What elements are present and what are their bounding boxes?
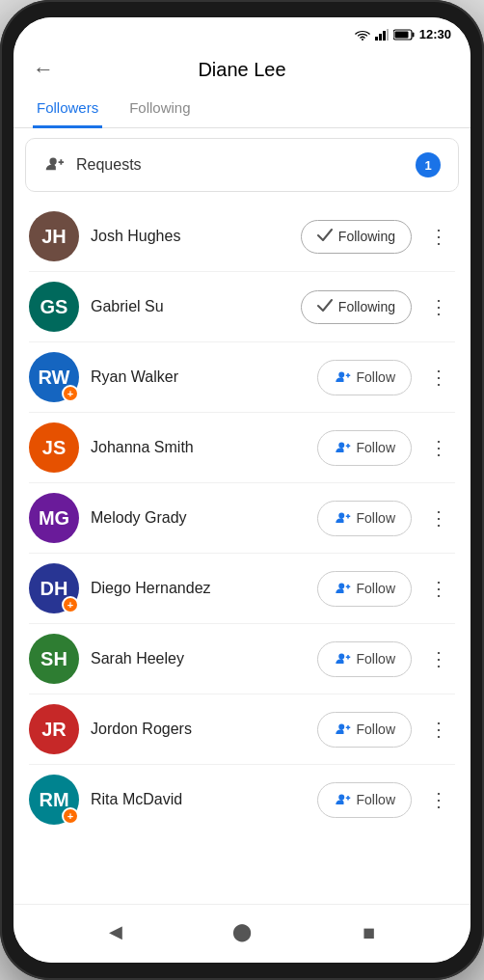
person-name: Ryan Walker — [91, 368, 306, 386]
follow-button-label: Follow — [357, 369, 395, 385]
status-icons: 12:30 — [355, 27, 451, 41]
person-name: Sarah Heeley — [91, 650, 306, 667]
avatar: GS — [29, 282, 79, 332]
follow-button-label: Following — [338, 299, 395, 314]
avatar-add-badge: + — [62, 385, 79, 402]
requests-badge: 1 — [416, 152, 441, 177]
avatar: JH — [29, 211, 79, 261]
list-item: MGMelody GradyFollow⋮ — [13, 483, 471, 553]
content-area: Requests 1 JHJosh HughesFollowing⋮GSGabr… — [13, 128, 471, 904]
header: ← Diane Lee — [13, 45, 471, 90]
follow-button-label: Follow — [357, 721, 395, 737]
avatar-wrap: DH+ — [29, 563, 79, 613]
person-add-icon — [334, 439, 351, 457]
list-item: RW+Ryan WalkerFollow⋮ — [13, 342, 471, 412]
follow-button-label: Follow — [357, 510, 395, 526]
follow-button[interactable]: Follow — [317, 430, 412, 466]
more-options-button[interactable]: ⋮ — [423, 221, 455, 252]
nav-bar: ◀ ⬤ ◼ — [13, 904, 471, 963]
requests-label: Requests — [76, 156, 404, 174]
list-item: RM+Rita McDavidFollow⋮ — [13, 765, 471, 834]
person-add-icon — [43, 153, 65, 177]
people-list: JHJosh HughesFollowing⋮GSGabriel SuFollo… — [13, 202, 471, 834]
person-name: Diego Hernandez — [91, 580, 306, 597]
svg-rect-6 — [412, 32, 414, 37]
avatar-wrap: SH — [29, 634, 79, 684]
person-add-icon — [334, 791, 351, 809]
follow-button[interactable]: Follow — [317, 360, 412, 395]
person-name: Jordon Rogers — [91, 721, 306, 738]
person-name: Gabriel Su — [91, 298, 289, 315]
more-options-button[interactable]: ⋮ — [423, 573, 455, 604]
follow-button[interactable]: Follow — [317, 712, 412, 748]
avatar: JS — [29, 422, 79, 473]
svg-rect-2 — [379, 34, 382, 41]
list-item: JHJosh HughesFollowing⋮ — [13, 202, 471, 271]
following-button[interactable]: Following — [301, 220, 412, 254]
list-item: JRJordon RogersFollow⋮ — [13, 694, 471, 764]
signal-icon — [375, 29, 389, 41]
person-add-icon — [334, 509, 351, 528]
person-add-icon — [334, 580, 351, 598]
more-options-button[interactable]: ⋮ — [423, 432, 455, 463]
follow-button-label: Follow — [357, 651, 395, 667]
list-item: SHSarah HeeleyFollow⋮ — [13, 624, 471, 694]
person-add-icon — [334, 650, 351, 668]
avatar-wrap: RW+ — [29, 352, 79, 402]
person-name: Josh Hughes — [91, 228, 289, 245]
more-options-button[interactable]: ⋮ — [423, 714, 455, 745]
list-item: DH+Diego HernandezFollow⋮ — [13, 554, 471, 623]
follow-button[interactable]: Follow — [317, 571, 412, 607]
follow-button-label: Follow — [357, 581, 395, 596]
avatar-wrap: JH — [29, 211, 79, 261]
phone-shell: 12:30 ← Diane Lee Followers Following — [0, 0, 484, 980]
phone-screen: 12:30 ← Diane Lee Followers Following — [13, 17, 471, 963]
nav-home-button[interactable]: ⬤ — [229, 918, 255, 945]
follow-button-label: Follow — [357, 440, 395, 455]
person-add-icon — [334, 721, 351, 739]
list-item: JSJohanna SmithFollow⋮ — [13, 413, 471, 482]
more-options-button[interactable]: ⋮ — [423, 643, 455, 674]
avatar: JR — [29, 704, 79, 754]
nav-back-button[interactable]: ◀ — [102, 918, 129, 945]
avatar-wrap: RM+ — [29, 775, 79, 825]
more-options-button[interactable]: ⋮ — [423, 784, 455, 815]
tabs-bar: Followers Following — [13, 90, 471, 128]
follow-button-label: Following — [338, 229, 395, 244]
person-name: Johanna Smith — [91, 439, 306, 456]
follow-button[interactable]: Follow — [317, 782, 412, 818]
follow-button[interactable]: Follow — [317, 501, 412, 536]
follow-button[interactable]: Follow — [317, 641, 412, 677]
follow-button-label: Follow — [357, 792, 395, 807]
back-button[interactable]: ← — [29, 53, 58, 86]
person-name: Rita McDavid — [91, 791, 306, 808]
avatar-add-badge: + — [62, 807, 79, 825]
more-options-button[interactable]: ⋮ — [423, 503, 455, 533]
battery-icon — [393, 29, 415, 41]
tab-following[interactable]: Following — [125, 90, 194, 128]
requests-row[interactable]: Requests 1 — [25, 138, 459, 192]
svg-rect-4 — [387, 29, 389, 41]
checkmark-icon — [317, 299, 333, 315]
svg-point-0 — [362, 39, 363, 41]
svg-rect-7 — [394, 31, 408, 38]
checkmark-icon — [317, 229, 333, 245]
nav-recents-button[interactable]: ◼ — [355, 918, 382, 945]
avatar-add-badge: + — [62, 596, 79, 613]
status-bar: 12:30 — [13, 17, 471, 45]
avatar-wrap: JS — [29, 422, 79, 473]
status-time: 12:30 — [419, 27, 451, 41]
more-options-button[interactable]: ⋮ — [423, 291, 455, 322]
svg-rect-1 — [375, 37, 378, 41]
avatar: SH — [29, 634, 79, 684]
person-add-icon — [334, 368, 351, 387]
following-button[interactable]: Following — [301, 290, 412, 324]
person-name: Melody Grady — [91, 509, 306, 527]
page-title: Diane Lee — [58, 59, 426, 81]
more-options-button[interactable]: ⋮ — [423, 362, 455, 393]
avatar-wrap: JR — [29, 704, 79, 754]
avatar: MG — [29, 493, 79, 543]
list-item: GSGabriel SuFollowing⋮ — [13, 272, 471, 341]
tab-followers[interactable]: Followers — [33, 90, 102, 128]
svg-rect-3 — [383, 31, 386, 41]
